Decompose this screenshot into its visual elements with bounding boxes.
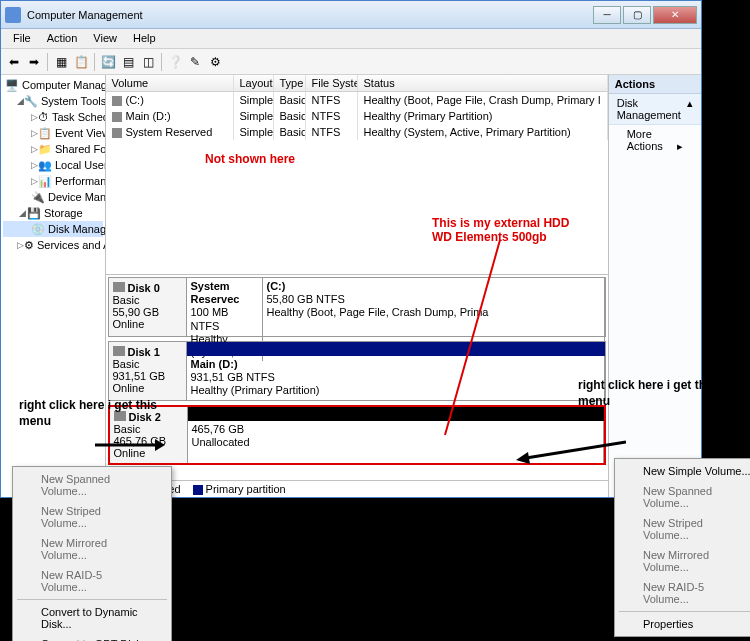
maximize-button[interactable]: ▢ bbox=[623, 6, 651, 24]
tree-system-tools[interactable]: ◢🔧System Tools bbox=[3, 93, 103, 109]
titlebar[interactable]: Computer Management ─ ▢ ✕ bbox=[1, 1, 701, 29]
col-filesystem[interactable]: File System bbox=[306, 75, 358, 91]
context-menu-disk: New Spanned Volume... New Striped Volume… bbox=[12, 466, 172, 641]
tree-task-scheduler[interactable]: ▷⏱Task Scheduler bbox=[3, 109, 103, 125]
col-status[interactable]: Status bbox=[358, 75, 608, 91]
toolbar-icon-3[interactable]: ▤ bbox=[119, 53, 137, 71]
ctx-new-raid5: New RAID-5 Volume... bbox=[617, 577, 750, 609]
svg-line-3 bbox=[526, 442, 626, 458]
ctx-new-mirrored: New Mirrored Volume... bbox=[15, 533, 169, 565]
ctx-convert-gpt[interactable]: Convert to GPT Disk bbox=[15, 634, 169, 641]
app-icon bbox=[5, 7, 21, 23]
menu-view[interactable]: View bbox=[85, 29, 125, 48]
toolbar-icon-5[interactable]: ⚙ bbox=[206, 53, 224, 71]
disk-0[interactable]: Disk 0Basic55,90 GBOnline System Reserve… bbox=[108, 277, 606, 337]
tree-device-manager[interactable]: 🔌Device Manager bbox=[3, 189, 103, 205]
minimize-button[interactable]: ─ bbox=[593, 6, 621, 24]
close-button[interactable]: ✕ bbox=[653, 6, 697, 24]
svg-marker-2 bbox=[155, 439, 165, 451]
svg-marker-4 bbox=[516, 452, 530, 464]
volume-list: Volume Layout Type File System Status (C… bbox=[106, 75, 608, 275]
tree-root[interactable]: 🖥️Computer Management (Local bbox=[3, 77, 103, 93]
red-arrow bbox=[440, 240, 520, 440]
menubar: File Action View Help bbox=[1, 29, 701, 49]
svg-line-0 bbox=[445, 240, 500, 435]
disk-1[interactable]: Disk 1Basic931,51 GBOnline Main (D:)931,… bbox=[108, 341, 606, 401]
ctx-new-simple[interactable]: New Simple Volume... bbox=[617, 461, 750, 481]
annotation-not-shown: Not shown here bbox=[205, 152, 295, 166]
toolbar-icon-1[interactable]: ▦ bbox=[52, 53, 70, 71]
volume-header[interactable]: Volume Layout Type File System Status bbox=[106, 75, 608, 92]
tree-performance[interactable]: ▷📊Performance bbox=[3, 173, 103, 189]
menu-action[interactable]: Action bbox=[39, 29, 86, 48]
col-layout[interactable]: Layout bbox=[234, 75, 274, 91]
ctx-convert-dynamic[interactable]: Convert to Dynamic Disk... bbox=[15, 602, 169, 634]
main-panel: Volume Layout Type File System Status (C… bbox=[106, 75, 609, 497]
tree-storage[interactable]: ◢💾Storage bbox=[3, 205, 103, 221]
col-volume[interactable]: Volume bbox=[106, 75, 234, 91]
action-more[interactable]: More Actions▸ bbox=[609, 125, 701, 155]
col-type[interactable]: Type bbox=[274, 75, 306, 91]
window-title: Computer Management bbox=[27, 9, 591, 21]
volume-row[interactable]: (C:) SimpleBasic NTFSHealthy (Boot, Page… bbox=[106, 92, 608, 108]
tree-disk-management[interactable]: 💿Disk Management bbox=[3, 221, 103, 237]
chevron-right-icon: ▸ bbox=[677, 140, 683, 153]
ctx-properties[interactable]: Properties bbox=[617, 614, 750, 634]
refresh-icon[interactable]: 🔄 bbox=[99, 53, 117, 71]
ctx-new-raid5: New RAID-5 Volume... bbox=[15, 565, 169, 597]
context-menu-volume: New Simple Volume... New Spanned Volume.… bbox=[614, 458, 750, 637]
black-arrow-right bbox=[516, 438, 626, 464]
toolbar: ⬅ ➡ ▦ 📋 🔄 ▤ ◫ ❔ ✎ ⚙ bbox=[1, 49, 701, 75]
forward-icon[interactable]: ➡ bbox=[25, 53, 43, 71]
actions-header: Actions bbox=[609, 75, 701, 94]
tree-panel: 🖥️Computer Management (Local ◢🔧System To… bbox=[1, 75, 106, 497]
ctx-new-spanned: New Spanned Volume... bbox=[15, 469, 169, 501]
tree-event-viewer[interactable]: ▷📋Event Viewer bbox=[3, 125, 103, 141]
back-icon[interactable]: ⬅ bbox=[5, 53, 23, 71]
action-diskmgmt[interactable]: Disk Management▴ bbox=[609, 94, 701, 125]
volume-row[interactable]: Main (D:) SimpleBasic NTFSHealthy (Prima… bbox=[106, 108, 608, 124]
tree-local-users[interactable]: ▷👥Local Users and Groups bbox=[3, 157, 103, 173]
black-arrow-left bbox=[95, 435, 165, 455]
ctx-new-spanned: New Spanned Volume... bbox=[617, 481, 750, 513]
help-icon[interactable]: ❔ bbox=[166, 53, 184, 71]
properties-icon[interactable]: ✎ bbox=[186, 53, 204, 71]
ctx-new-mirrored: New Mirrored Volume... bbox=[617, 545, 750, 577]
annotation-right-click: right click here i get this menu bbox=[578, 378, 728, 409]
ctx-new-striped: New Striped Volume... bbox=[617, 513, 750, 545]
chevron-up-icon: ▴ bbox=[687, 97, 693, 121]
volume-row[interactable]: System Reserved SimpleBasic NTFSHealthy … bbox=[106, 124, 608, 140]
legend: Unallocated Primary partition bbox=[106, 480, 608, 497]
ctx-new-striped: New Striped Volume... bbox=[15, 501, 169, 533]
menu-file[interactable]: File bbox=[5, 29, 39, 48]
menu-help[interactable]: Help bbox=[125, 29, 164, 48]
toolbar-icon-2[interactable]: 📋 bbox=[72, 53, 90, 71]
annotation-left-click: right click here i get this menu bbox=[19, 398, 169, 429]
toolbar-icon-4[interactable]: ◫ bbox=[139, 53, 157, 71]
actions-panel: Actions Disk Management▴ More Actions▸ bbox=[609, 75, 701, 497]
tree-services[interactable]: ▷⚙Services and Applications bbox=[3, 237, 103, 253]
tree-shared-folders[interactable]: ▷📁Shared Folders bbox=[3, 141, 103, 157]
